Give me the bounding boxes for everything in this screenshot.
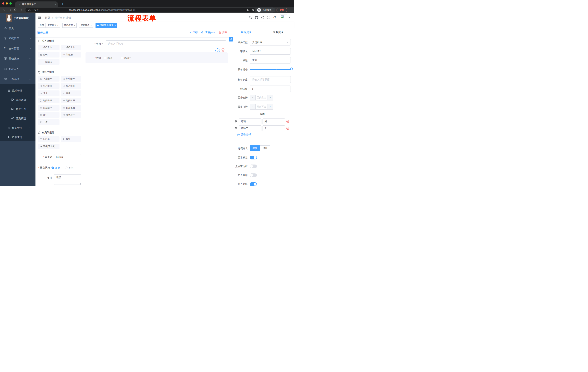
back-icon[interactable] bbox=[3, 8, 6, 11]
gender-checkbox-1[interactable]: 选项一 bbox=[104, 56, 115, 60]
min-select-value[interactable]: 至少应选 bbox=[256, 95, 267, 100]
bookmark-star-icon[interactable] bbox=[252, 9, 254, 11]
fontsize-icon[interactable]: TT bbox=[273, 16, 276, 19]
default-value-input[interactable] bbox=[250, 85, 291, 92]
clear-button[interactable]: 清空 bbox=[219, 31, 227, 34]
stepper-plus-button[interactable]: + bbox=[267, 104, 273, 109]
style-default-button[interactable]: 默认 bbox=[250, 145, 260, 151]
sidebar-item-process-model[interactable]: 流程模型 bbox=[0, 114, 35, 123]
style-button-button[interactable]: 按钮 bbox=[260, 145, 270, 151]
sidebar-item-home[interactable]: 首页 bbox=[0, 23, 35, 33]
sidebar-item-system[interactable]: 系统管理 bbox=[0, 33, 35, 43]
textarea-resize-handle[interactable] bbox=[80, 183, 81, 185]
remove-option-icon[interactable] bbox=[286, 127, 289, 130]
delete-component-button[interactable] bbox=[221, 48, 225, 53]
component-item-cascader[interactable]: 级联选择 bbox=[61, 76, 81, 82]
component-item-upload[interactable]: 上传 bbox=[38, 119, 60, 125]
save-button[interactable]: 保存 bbox=[189, 31, 198, 34]
status-radio-on[interactable]: 开启 bbox=[52, 166, 60, 170]
sidebar-item-process-mgmt[interactable]: 流程管理 bbox=[0, 86, 35, 95]
component-item-editor[interactable]: 编辑器 bbox=[38, 59, 60, 65]
copy-component-button[interactable] bbox=[215, 48, 220, 53]
component-item-checkbox-group[interactable]: 多选框组 bbox=[61, 83, 81, 89]
close-icon[interactable]: × bbox=[115, 24, 116, 26]
tag-home[interactable]: 首页 bbox=[38, 23, 46, 28]
close-icon[interactable]: × bbox=[57, 24, 58, 26]
security-label[interactable]: 不安全 bbox=[32, 9, 39, 12]
option1-value-input[interactable] bbox=[262, 118, 285, 124]
window-minimize-button[interactable] bbox=[6, 2, 8, 5]
component-item-time-picker[interactable]: 时间选择 bbox=[38, 98, 60, 103]
sidebar-item-process-form[interactable]: 流程表单 bbox=[0, 95, 35, 105]
update-button[interactable]: 更新 bbox=[276, 8, 287, 12]
form-canvas[interactable]: 手机号 性别 选项一 选项二 bbox=[83, 37, 230, 186]
tag-process-model[interactable]: 流程模型× bbox=[63, 23, 77, 28]
component-item-multi-text[interactable]: 多行文本 bbox=[61, 45, 81, 50]
new-tab-button[interactable]: + bbox=[60, 2, 65, 7]
url-bar[interactable]: 不安全 dashboard.yudao.iocoder.cn/bpm/manag… bbox=[25, 8, 255, 12]
label-width-input[interactable] bbox=[250, 76, 291, 83]
window-zoom-button[interactable] bbox=[10, 2, 12, 5]
component-item-date-range[interactable]: 日期范围 bbox=[61, 105, 81, 111]
component-item-counter[interactable]: 123计数器 bbox=[61, 52, 81, 57]
component-item-date-picker[interactable]: 日期选择 bbox=[38, 105, 60, 111]
link-handle-button[interactable] bbox=[229, 37, 233, 42]
tab-component-props[interactable]: 组件属性 bbox=[230, 28, 262, 36]
component-type-select[interactable]: 多选框组 bbox=[250, 39, 291, 45]
sidebar-item-user-group[interactable]: 用户分组 bbox=[0, 105, 35, 114]
option1-name-input[interactable] bbox=[239, 118, 262, 124]
sidebar-item-leave-query[interactable]: 请假查询 bbox=[0, 133, 35, 142]
component-item-row-container[interactable]: 行容器 bbox=[38, 136, 60, 142]
drag-handle-icon[interactable] bbox=[234, 120, 237, 123]
gender-checkbox-2[interactable]: 选项二 bbox=[121, 56, 132, 60]
phone-field-input[interactable] bbox=[106, 40, 226, 47]
fullscreen-icon[interactable] bbox=[267, 16, 271, 19]
remove-option-icon[interactable] bbox=[286, 120, 289, 123]
sidebar-item-devtool[interactable]: 研发工具 bbox=[0, 64, 35, 74]
selected-component-gender[interactable]: 性别 选项一 选项二 bbox=[85, 53, 228, 63]
status-radio-off[interactable]: 关闭 bbox=[65, 166, 73, 170]
sidebar-item-task-mgmt[interactable]: 任务管理 bbox=[0, 123, 35, 132]
option2-name-input[interactable] bbox=[239, 125, 262, 131]
border-toggle[interactable] bbox=[250, 165, 257, 168]
field-name-input[interactable] bbox=[250, 48, 291, 55]
slider-handle[interactable] bbox=[290, 67, 293, 70]
reload-icon[interactable] bbox=[14, 8, 17, 11]
sidebar-logo[interactable]: 芋道管理系统 bbox=[0, 13, 35, 23]
component-item-table[interactable]: 表格[开发中] bbox=[38, 144, 60, 149]
help-icon[interactable] bbox=[261, 16, 264, 19]
option2-value-input[interactable] bbox=[262, 125, 285, 131]
tag-process-definition[interactable]: 流程定义× bbox=[46, 23, 60, 28]
tab-close-icon[interactable]: × bbox=[54, 3, 56, 5]
component-item-single-text[interactable]: 单行文本 bbox=[38, 45, 60, 50]
add-option-button[interactable]: 添加选项 bbox=[237, 133, 252, 136]
tab-form-props[interactable]: 表单属性 bbox=[262, 28, 294, 36]
browser-tab[interactable]: 芋道管理系统 × bbox=[15, 1, 58, 7]
github-icon[interactable] bbox=[255, 16, 258, 19]
grid-slider[interactable] bbox=[250, 69, 291, 70]
form-name-input[interactable] bbox=[54, 154, 81, 160]
component-item-button[interactable]: 按钮 bbox=[61, 136, 81, 142]
stepper-minus-button[interactable]: − bbox=[250, 95, 256, 100]
component-item-password[interactable]: 密码 bbox=[38, 52, 60, 57]
sidebar-item-infra[interactable]: 基础设施 bbox=[0, 53, 35, 64]
disabled-toggle[interactable] bbox=[250, 173, 257, 177]
required-toggle[interactable] bbox=[250, 182, 257, 186]
search-icon[interactable] bbox=[249, 16, 252, 19]
key-icon[interactable] bbox=[246, 9, 249, 11]
show-label-toggle[interactable] bbox=[250, 156, 257, 159]
sidebar-collapse-icon[interactable] bbox=[38, 16, 42, 20]
component-item-select[interactable]: 下拉选择 bbox=[38, 76, 60, 82]
forward-icon[interactable] bbox=[8, 8, 12, 11]
close-icon[interactable]: × bbox=[74, 24, 75, 26]
home-icon[interactable] bbox=[19, 8, 22, 11]
drag-handle-icon[interactable] bbox=[234, 127, 237, 130]
avatar-caret-icon[interactable] bbox=[288, 17, 290, 19]
tag-process-form[interactable]: 流程表单× bbox=[79, 23, 93, 28]
sidebar-item-payment[interactable]: ¥ 支付管理 bbox=[0, 43, 35, 53]
component-item-radio-group[interactable]: 单选框组 bbox=[38, 83, 60, 89]
avatar[interactable] bbox=[280, 15, 287, 22]
not-secure-warning-icon[interactable] bbox=[28, 9, 31, 11]
title-input[interactable] bbox=[250, 57, 291, 64]
component-item-slider[interactable]: 滑块 bbox=[61, 90, 81, 96]
